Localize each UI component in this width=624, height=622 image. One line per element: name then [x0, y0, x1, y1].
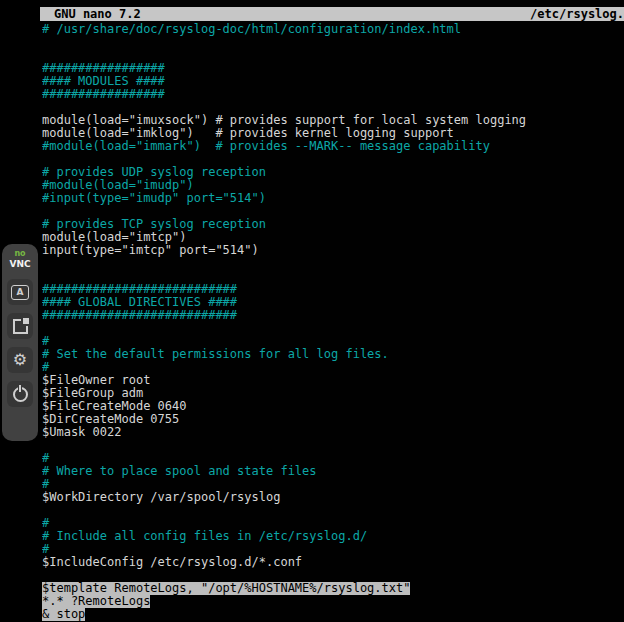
fullscreen-icon: [13, 319, 28, 334]
editor-line: $IncludeConfig /etc/rsyslog.d/*.conf: [42, 556, 624, 569]
novnc-logo: no VNC: [9, 249, 30, 273]
editor-line: #: [42, 543, 624, 556]
terminal-window[interactable]: GNU nano 7.2 /etc/rsyslog. # /usr/share/…: [40, 0, 624, 622]
fullscreen-button[interactable]: [7, 313, 33, 339]
settings-button[interactable]: ⚙: [7, 347, 33, 373]
keyboard-icon: A: [11, 285, 29, 300]
editor-line: #### MODULES ####: [42, 75, 624, 88]
editor-line: [42, 36, 624, 49]
power-button[interactable]: [7, 381, 33, 407]
editor-line: [42, 205, 624, 218]
screen: no VNC A ⚙ GNU nano 7.2 /etc/rsyslog. #: [0, 0, 624, 622]
editor-line: # Where to place spool and state files: [42, 465, 624, 478]
editor-line: #input(type="imudp" port="514"): [42, 192, 624, 205]
keyboard-button[interactable]: A: [7, 279, 33, 305]
editor-line: [42, 439, 624, 452]
editor-line: & stop: [42, 608, 624, 621]
nano-version: GNU nano 7.2: [40, 7, 141, 21]
editor-line: #module(load="immark") # provides --MARK…: [42, 140, 624, 153]
editor-line: #: [42, 452, 624, 465]
novnc-logo-text: VNC: [9, 259, 30, 269]
editor-line: module(load="imuxsock") # provides suppo…: [42, 114, 624, 127]
editor-line: input(type="imtcp" port="514"): [42, 244, 624, 257]
editor-line: [42, 504, 624, 517]
editor-line: module(load="imklog") # provides kernel …: [42, 127, 624, 140]
editor-lines[interactable]: # /usr/share/doc/rsyslog-doc/html/config…: [40, 21, 624, 621]
vnc-sidebar: no VNC A ⚙: [0, 0, 40, 622]
editor-line: [42, 257, 624, 270]
editor-line: $FileOwner root: [42, 374, 624, 387]
editor-line: [42, 101, 624, 114]
editor-line: [42, 270, 624, 283]
nano-titlebar: GNU nano 7.2 /etc/rsyslog.: [40, 7, 624, 21]
editor-line: # provides UDP syslog reception: [42, 166, 624, 179]
editor-line: #: [42, 517, 624, 530]
editor-line: #: [42, 361, 624, 374]
editor-line: [42, 153, 624, 166]
editor-line: # /usr/share/doc/rsyslog-doc/html/config…: [42, 23, 624, 36]
editor-line: #: [42, 478, 624, 491]
editor-line: # provides TCP syslog reception: [42, 218, 624, 231]
editor-line: [42, 49, 624, 62]
editor-line: #: [42, 335, 624, 348]
editor-line: module(load="imtcp"): [42, 231, 624, 244]
editor-line: $FileGroup adm: [42, 387, 624, 400]
editor-line: # Include all config files in /etc/rsysl…: [42, 530, 624, 543]
power-icon: [13, 387, 28, 402]
vnc-control-bar: no VNC A ⚙: [2, 244, 38, 441]
gear-icon: ⚙: [13, 352, 27, 368]
editor-line: [42, 322, 624, 335]
editor-line: $WorkDirectory /var/spool/rsyslog: [42, 491, 624, 504]
editor-line: *.* ?RemoteLogs: [42, 595, 624, 608]
editor-line: #### GLOBAL DIRECTIVES ####: [42, 296, 624, 309]
editor-line: $template RemoteLogs, "/opt/%HOSTNAME%/r…: [42, 582, 624, 595]
editor-line: ###########################: [42, 309, 624, 322]
editor-line: # Set the default permissions for all lo…: [42, 348, 624, 361]
nano-filename: /etc/rsyslog.: [530, 7, 624, 21]
editor-line: [42, 569, 624, 582]
editor-line: #################: [42, 88, 624, 101]
editor-line: #################: [42, 62, 624, 75]
editor-line: ###########################: [42, 283, 624, 296]
editor-line: $Umask 0022: [42, 426, 624, 439]
editor-line: $FileCreateMode 0640: [42, 400, 624, 413]
editor-line: $DirCreateMode 0755: [42, 413, 624, 426]
novnc-logo-top: no: [9, 249, 30, 259]
editor-line: #module(load="imudp"): [42, 179, 624, 192]
